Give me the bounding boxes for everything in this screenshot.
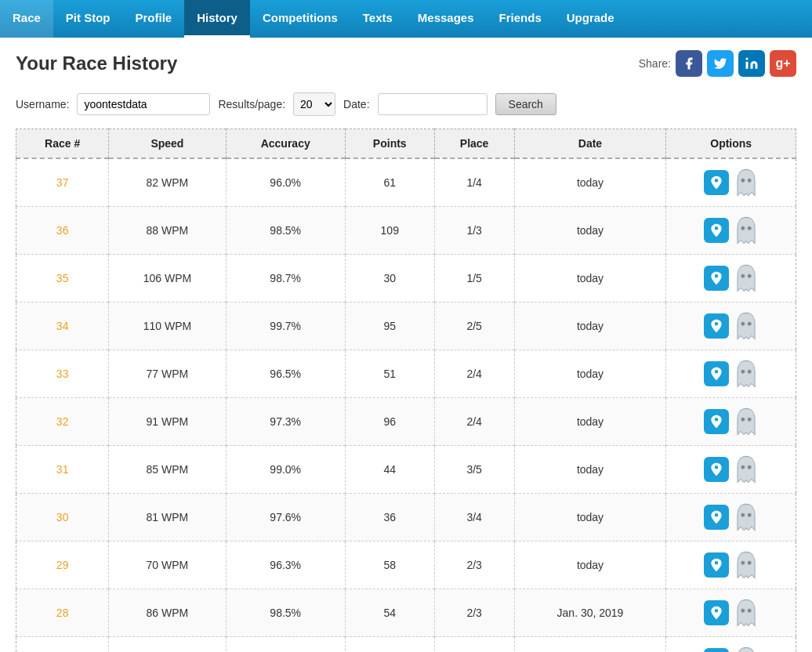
search-button[interactable]: Search (495, 93, 556, 115)
share-linkedin-button[interactable] (738, 50, 765, 77)
svg-point-18 (747, 561, 751, 565)
race-again-button[interactable] (704, 409, 729, 434)
race-link[interactable]: 30 (56, 511, 69, 523)
share-twitter-button[interactable] (707, 50, 734, 77)
ghost-icon[interactable] (734, 406, 759, 437)
ghost-icon[interactable] (734, 358, 759, 389)
options-cell (666, 494, 796, 542)
ghost-icon[interactable] (734, 454, 759, 485)
points-cell: 36 (345, 494, 434, 542)
date-cell: today (514, 207, 666, 255)
svg-point-16 (747, 513, 751, 517)
nav-item-competitions[interactable]: Competitions (250, 0, 350, 38)
col-accuracy: Accuracy (226, 129, 345, 159)
nav-item-upgrade[interactable]: Upgrade (554, 0, 627, 38)
ghost-icon[interactable] (734, 215, 759, 246)
race-link[interactable]: 37 (56, 176, 69, 189)
race-again-button[interactable] (704, 170, 729, 195)
points-cell: 30 (345, 255, 434, 302)
race-number-cell: 28 (16, 589, 109, 637)
ghost-icon[interactable] (734, 549, 759, 581)
accuracy-cell: 96.3% (226, 542, 345, 589)
nav-item-messages[interactable]: Messages (405, 0, 487, 38)
race-again-button[interactable] (704, 457, 729, 482)
table-row: 3185 WPM99.0%443/5today (16, 446, 796, 494)
options-cell (666, 255, 796, 302)
speed-cell: 86 WPM (109, 589, 226, 637)
svg-point-2 (747, 179, 751, 183)
page-title: Your Race History (16, 53, 177, 74)
ghost-icon[interactable] (734, 263, 759, 294)
place-cell: 1/5 (434, 255, 514, 302)
race-again-button[interactable] (704, 648, 729, 652)
results-per-page-select[interactable]: 20 50 100 (293, 92, 335, 116)
nav-item-history[interactable]: History (184, 0, 250, 38)
nav-item-pit-stop[interactable]: Pit Stop (53, 0, 123, 38)
race-number-cell: 31 (16, 446, 109, 494)
results-label: Results/page: (218, 98, 285, 110)
ghost-icon[interactable] (734, 310, 759, 342)
race-again-button[interactable] (704, 218, 729, 243)
date-cell: today (514, 350, 666, 398)
speed-cell: 81 WPM (109, 494, 226, 542)
ghost-icon[interactable] (734, 645, 759, 652)
nav-item-friends[interactable]: Friends (487, 0, 554, 38)
svg-point-17 (741, 561, 745, 565)
race-link[interactable]: 35 (56, 272, 69, 284)
options-cell (666, 589, 796, 637)
race-again-button[interactable] (704, 313, 729, 339)
ghost-icon[interactable] (734, 597, 759, 628)
options-cell (666, 398, 796, 446)
race-link[interactable]: 28 (56, 607, 69, 619)
table-row: 3081 WPM97.6%363/4today (16, 494, 796, 542)
date-cell: today (514, 398, 666, 446)
share-googleplus-button[interactable]: g+ (770, 50, 796, 77)
race-link[interactable]: 36 (56, 224, 69, 237)
race-again-button[interactable] (704, 505, 729, 530)
race-link[interactable]: 34 (56, 320, 69, 332)
nav-item-profile[interactable]: Profile (123, 0, 185, 38)
nav-item-race[interactable]: Race (0, 0, 53, 38)
svg-point-14 (747, 465, 751, 469)
race-link[interactable]: 29 (56, 559, 69, 571)
race-number-cell: 27 (16, 637, 109, 653)
race-link[interactable]: 33 (56, 368, 69, 380)
nav-item-texts[interactable]: Texts (350, 0, 405, 38)
place-cell: 2/4 (434, 350, 514, 398)
accuracy-cell: 99.0% (226, 446, 345, 494)
race-history-table: Race #SpeedAccuracyPointsPlaceDateOption… (16, 129, 796, 652)
race-again-button[interactable] (704, 552, 729, 578)
place-cell: 1/3 (434, 207, 514, 255)
date-cell: today (514, 255, 666, 302)
place-cell: 1/4 (434, 158, 514, 207)
share-label: Share: (639, 57, 671, 70)
svg-point-3 (741, 226, 745, 230)
points-cell: 54 (345, 589, 434, 637)
svg-point-1 (741, 179, 745, 183)
race-again-button[interactable] (704, 361, 729, 386)
username-label: Username: (16, 98, 69, 110)
race-number-cell: 36 (16, 207, 109, 255)
race-again-button[interactable] (704, 266, 729, 291)
svg-point-4 (747, 226, 751, 230)
race-number-cell: 35 (16, 255, 109, 302)
table-row: 2970 WPM96.3%582/3today (16, 542, 796, 589)
svg-point-13 (741, 465, 745, 469)
username-input[interactable] (77, 93, 210, 115)
table-row: 35106 WPM98.7%301/5today (16, 255, 796, 302)
accuracy-cell: 99.7% (226, 302, 345, 350)
table-row: 3291 WPM97.3%962/4today (16, 398, 796, 446)
race-again-button[interactable] (704, 600, 729, 625)
ghost-icon[interactable] (734, 167, 759, 198)
points-cell: 109 (345, 207, 434, 255)
filter-bar: Username: Results/page: 20 50 100 Date: … (16, 92, 796, 116)
svg-point-20 (747, 609, 751, 613)
accuracy-cell: 98.5% (226, 207, 345, 255)
col-place: Place (434, 129, 514, 159)
race-link[interactable]: 32 (56, 415, 69, 428)
share-facebook-button[interactable] (676, 50, 702, 77)
ghost-icon[interactable] (734, 502, 759, 533)
place-cell: 3/3 (434, 637, 514, 653)
race-link[interactable]: 31 (56, 463, 69, 476)
date-input[interactable] (378, 93, 488, 115)
